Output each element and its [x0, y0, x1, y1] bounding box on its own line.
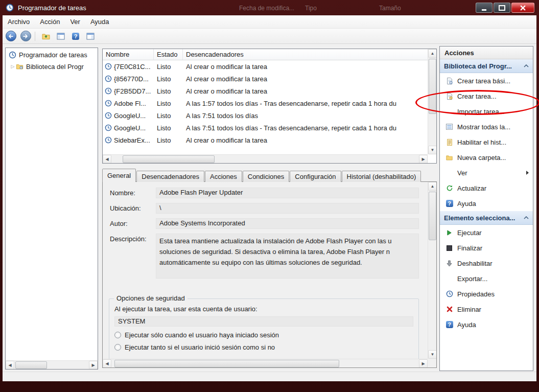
scroll-left-icon[interactable]: ◀	[103, 359, 111, 368]
close-button[interactable]	[511, 3, 534, 13]
statusbar	[3, 372, 536, 381]
task-details-pane: General Desencadenadores Acciones Condic…	[102, 169, 437, 368]
chevron-up-icon[interactable]	[524, 216, 529, 219]
table-row[interactable]: GoogleU... Listo A las 7:51 todos los dí…	[103, 109, 428, 122]
maximize-button[interactable]	[494, 3, 510, 13]
tab-acciones[interactable]: Acciones	[205, 171, 242, 182]
task-name: {7E0C81C...	[114, 63, 151, 71]
end-icon	[447, 245, 452, 251]
scroll-left-icon[interactable]: ◀	[6, 361, 14, 370]
menu-archivo[interactable]: Archivo	[3, 16, 35, 28]
action-actualizar[interactable]: Actualizar	[440, 180, 533, 196]
action-ayuda-library[interactable]: ? Ayuda	[440, 196, 533, 211]
column-header-status[interactable]: Estado	[154, 49, 183, 60]
task-name: {856770D...	[114, 75, 149, 83]
scroll-thumb[interactable]	[429, 59, 436, 114]
scroll-left-icon[interactable]: ◀	[103, 155, 111, 164]
radio-icon[interactable]	[114, 332, 121, 338]
column-header-triggers[interactable]: Desencadenadores	[183, 49, 428, 60]
scroll-up-icon[interactable]: ▲	[428, 49, 437, 58]
task-name: GoogleU...	[114, 112, 146, 120]
task-clock-icon	[105, 100, 112, 107]
action-propiedades[interactable]: Propiedades	[440, 286, 533, 302]
action-finalizar[interactable]: Finalizar	[440, 240, 533, 256]
action-pane-icon	[86, 32, 95, 40]
radio-run-logged-on[interactable]: Ejecutar sólo cuando el usuario haya ini…	[114, 331, 413, 339]
security-options-title: Opciones de seguridad	[114, 294, 188, 302]
action-enable-history[interactable]: Habilitar el hist...	[440, 134, 533, 150]
scroll-up-icon[interactable]: ▲	[428, 182, 437, 191]
section-header-library[interactable]: Biblioteca del Progr...	[440, 59, 533, 73]
task-scheduler-icon	[6, 4, 14, 12]
new-folder-icon	[445, 153, 454, 162]
scroll-thumb[interactable]	[15, 361, 47, 369]
console-tree-icon	[57, 32, 65, 40]
action-eliminar[interactable]: Eliminar	[440, 302, 533, 317]
tree-hscrollbar[interactable]: ◀ ▶	[6, 360, 98, 369]
help-icon: ?	[446, 321, 453, 328]
action-show-all-tasks[interactable]: Mostrar todas la...	[440, 119, 533, 134]
table-row[interactable]: {F2B5DD7... Listo Al crear o modificar l…	[103, 85, 428, 97]
properties-icon	[445, 290, 454, 298]
radio-icon[interactable]	[114, 344, 121, 351]
minimize-button[interactable]	[476, 3, 493, 13]
tasklist-vscrollbar[interactable]: ▲ ▼	[428, 49, 436, 154]
tab-historial[interactable]: Historial (deshabilitado)	[342, 171, 421, 182]
scroll-thumb[interactable]	[114, 360, 339, 367]
tasklist-hscrollbar[interactable]: ◀ ▶	[103, 154, 428, 163]
tab-configuracion[interactable]: Configuración	[290, 171, 341, 182]
table-row[interactable]: SidebarEx... Listo Al crear o modificar …	[103, 134, 428, 146]
chevron-up-icon[interactable]	[524, 64, 529, 67]
menu-accion[interactable]: Acción	[35, 16, 65, 28]
detail-tabs: General Desencadenadores Acciones Condic…	[102, 169, 421, 182]
expander-icon[interactable]: ▷	[10, 64, 16, 69]
action-exportar[interactable]: Exportar...	[440, 271, 533, 286]
forward-button[interactable]	[19, 30, 32, 42]
tree-item-library[interactable]: ▷ Biblioteca del Progr	[6, 61, 98, 72]
task-clock-icon	[105, 136, 112, 144]
action-deshabilitar[interactable]: Deshabilitar	[440, 256, 533, 271]
scroll-right-icon[interactable]: ▶	[419, 359, 428, 368]
action-create-basic-task[interactable]: Crear tarea bási...	[440, 73, 533, 88]
column-header-name[interactable]: Nombre	[103, 49, 154, 60]
section-header-selected-item[interactable]: Elemento selecciona...	[440, 211, 533, 225]
table-row[interactable]: {7E0C81C... Listo Al crear o modificar l…	[103, 60, 428, 73]
action-import-task[interactable]: Importar tarea...	[440, 104, 533, 119]
scroll-right-icon[interactable]: ▶	[89, 361, 98, 370]
action-new-folder[interactable]: Nueva carpeta...	[440, 150, 533, 165]
help-button[interactable]: ?	[69, 30, 82, 42]
action-ver[interactable]: Ver	[440, 165, 533, 180]
scroll-down-icon[interactable]: ▼	[428, 146, 437, 154]
tree-item-root[interactable]: Programador de tareas	[6, 50, 98, 60]
export-list-button[interactable]	[39, 30, 53, 42]
name-field: Adobe Flash Player Updater	[156, 188, 419, 198]
table-row[interactable]: GoogleU... Listo A las 7:51 todos los dí…	[103, 122, 428, 134]
task-list: Nombre Estado Desencadenadores {7E0C81C.…	[102, 49, 437, 164]
radio-run-any[interactable]: Ejecutar tanto si el usuario inició sesi…	[114, 343, 413, 351]
menu-ayuda[interactable]: Ayuda	[85, 16, 114, 28]
show-console-tree-button[interactable]	[54, 30, 67, 42]
tab-condiciones[interactable]: Condiciones	[243, 171, 290, 182]
back-button[interactable]	[4, 30, 17, 42]
task-clock-icon	[105, 124, 112, 131]
library-folder-icon	[16, 63, 24, 70]
location-label: Ubicación:	[110, 204, 157, 212]
refresh-icon	[445, 184, 454, 192]
action-ejecutar[interactable]: Ejecutar	[440, 225, 533, 240]
menu-ver[interactable]: Ver	[65, 16, 85, 28]
tab-general[interactable]: General	[102, 169, 136, 182]
tab-desencadenadores[interactable]: Desencadenadores	[136, 171, 204, 182]
details-hscrollbar[interactable]: ◀ ▶	[103, 359, 428, 367]
details-vscrollbar[interactable]: ▲ ▼	[428, 182, 436, 359]
table-row[interactable]: {856770D... Listo Al crear o modificar l…	[103, 73, 428, 85]
scroll-right-icon[interactable]: ▶	[419, 155, 428, 164]
scroll-down-icon[interactable]: ▼	[428, 350, 437, 359]
scroll-thumb[interactable]	[429, 192, 436, 240]
action-create-task[interactable]: Crear tarea...	[440, 88, 533, 104]
action-ayuda-selected[interactable]: ? Ayuda	[440, 317, 533, 332]
table-row[interactable]: Adobe Fl... Listo A las 1:57 todos los d…	[103, 97, 428, 109]
create-basic-task-icon	[445, 77, 454, 85]
scroll-thumb[interactable]	[123, 155, 215, 163]
show-action-pane-button[interactable]	[84, 30, 97, 42]
titlebar[interactable]: Programador de tareas Fecha de modifica.…	[0, 0, 539, 15]
